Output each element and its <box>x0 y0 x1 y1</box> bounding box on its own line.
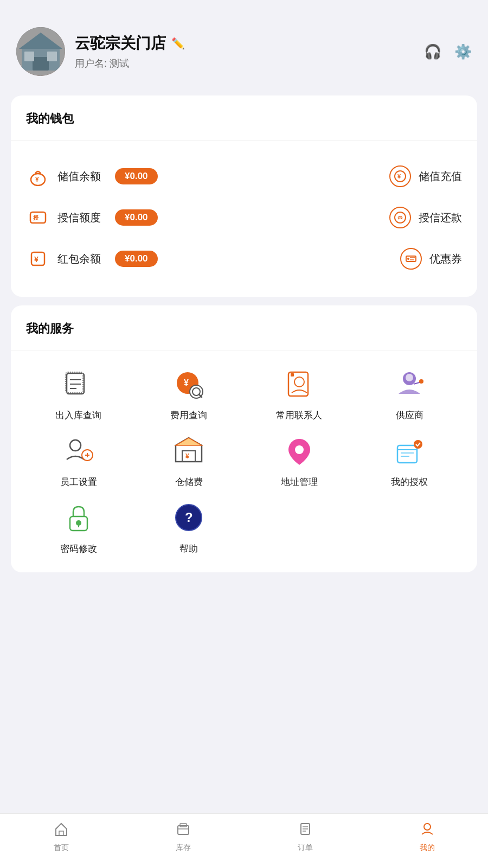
svg-rect-5 <box>47 52 57 61</box>
service-label-1: 费用查询 <box>170 409 207 422</box>
contacts-icon <box>281 366 318 403</box>
settings-icon[interactable]: ⚙️ <box>454 43 472 60</box>
wallet-row-2: ¥ 红包余额 ¥0.00 优惠券 <box>26 238 462 279</box>
bottom-nav: 首页 库存 订单 我的 <box>0 813 488 868</box>
wallet-recharge[interactable]: ¥ 储值充值 <box>389 165 462 187</box>
svg-point-51 <box>76 520 81 526</box>
warehouse-query-icon <box>60 366 97 403</box>
wallet-amount-0: ¥0.00 <box>115 168 158 184</box>
nav-profile[interactable]: 我的 <box>366 821 488 853</box>
service-label-6: 地址管理 <box>281 476 318 488</box>
service-password[interactable]: 密码修改 <box>26 499 131 555</box>
edit-icon[interactable]: ✏️ <box>171 37 185 50</box>
wallet-label-2: 红包余额 <box>57 252 101 266</box>
recharge-label: 储值充值 <box>419 169 462 184</box>
profile-section: 云驼宗关门店 ✏️ 用户名: 测试 <box>16 27 185 76</box>
wallet-row-1: 授 授信额度 ¥0.00 授信还款 <box>26 197 462 238</box>
credit-icon: 授 <box>26 206 50 229</box>
headset-icon[interactable]: 🎧 <box>424 43 441 60</box>
profile-icon <box>420 821 435 840</box>
svg-rect-31 <box>291 373 294 376</box>
svg-marker-41 <box>176 438 202 445</box>
redpacket-icon: ¥ <box>26 247 50 271</box>
service-help[interactable]: ? 帮助 <box>137 499 242 555</box>
svg-text:¥: ¥ <box>35 176 39 183</box>
recharge-icon: ¥ <box>389 165 411 187</box>
svg-point-44 <box>295 445 304 454</box>
wallet-label-0: 储值余额 <box>57 169 101 184</box>
wallet-left-2[interactable]: ¥ 红包余额 ¥0.00 <box>26 247 158 271</box>
wallet-repayment[interactable]: 授信还款 <box>389 207 462 228</box>
svg-text:¥: ¥ <box>34 255 38 264</box>
wallet-left-1[interactable]: 授 授信额度 ¥0.00 <box>26 206 158 229</box>
svg-text:¥: ¥ <box>397 173 401 180</box>
nav-profile-label: 我的 <box>420 843 435 853</box>
svg-point-16 <box>407 258 409 260</box>
wallet-coupon[interactable]: 优惠券 <box>400 248 462 270</box>
employee-settings-icon <box>60 432 97 469</box>
svg-point-36 <box>70 440 81 451</box>
avatar-image <box>16 27 65 76</box>
repayment-label: 授信还款 <box>419 210 462 225</box>
nav-order-label: 订单 <box>298 843 313 853</box>
wallet-divider <box>11 140 477 141</box>
svg-rect-55 <box>59 831 63 835</box>
wallet-amount-1: ¥0.00 <box>115 209 158 226</box>
store-name: 云驼宗关门店 <box>75 33 166 54</box>
svg-point-63 <box>424 824 431 830</box>
nav-order[interactable]: 订单 <box>244 821 366 853</box>
order-icon <box>298 821 313 840</box>
service-address[interactable]: 地址管理 <box>247 432 352 488</box>
wallet-amount-2: ¥0.00 <box>115 251 158 267</box>
address-management-icon <box>281 432 318 469</box>
nav-home[interactable]: 首页 <box>0 821 122 853</box>
wallet-card: 我的钱包 ¥ 储值余额 ¥0.00 <box>11 95 477 297</box>
repayment-icon <box>389 207 411 228</box>
service-label-7: 我的授权 <box>391 476 428 488</box>
service-label-8: 密码修改 <box>60 542 97 555</box>
header-actions: 🎧 ⚙️ <box>424 43 472 60</box>
svg-rect-23 <box>66 372 83 393</box>
svg-text:授: 授 <box>33 215 39 221</box>
service-auth[interactable]: 我的授权 <box>357 432 463 488</box>
supplier-icon <box>391 366 428 403</box>
service-employee[interactable]: 员工设置 <box>26 432 131 488</box>
service-contacts[interactable]: 常用联系人 <box>247 366 352 422</box>
service-label-5: 仓储费 <box>175 476 203 488</box>
service-storage-fee[interactable]: ¥ 仓储费 <box>137 432 242 488</box>
storage-fee-icon: ¥ <box>170 432 207 469</box>
money-bag-icon: ¥ <box>26 164 50 188</box>
wallet-row-0: ¥ 储值余额 ¥0.00 ¥ 储值充值 <box>26 156 462 197</box>
services-title: 我的服务 <box>26 321 462 337</box>
svg-text:?: ? <box>185 510 193 525</box>
header: 云驼宗关门店 ✏️ 用户名: 测试 🎧 ⚙️ <box>0 0 488 87</box>
username: 用户名: 测试 <box>75 57 185 70</box>
store-name-row: 云驼宗关门店 ✏️ <box>75 33 185 54</box>
svg-rect-3 <box>33 57 49 71</box>
wallet-title: 我的钱包 <box>26 111 462 127</box>
service-warehouse-query[interactable]: 出入库查询 <box>26 366 131 422</box>
service-fee-query[interactable]: ¥ 费用查询 <box>137 366 242 422</box>
password-change-icon <box>60 499 97 536</box>
service-label-4: 员工设置 <box>60 476 97 488</box>
wallet-label-1: 授信额度 <box>57 210 101 225</box>
svg-rect-4 <box>24 52 34 61</box>
wallet-grid: ¥ 储值余额 ¥0.00 ¥ 储值充值 <box>26 156 462 279</box>
my-auth-icon <box>391 432 428 469</box>
fee-query-icon: ¥ <box>170 366 207 403</box>
avatar[interactable] <box>16 27 65 76</box>
help-icon: ? <box>170 499 207 536</box>
service-label-3: 供应商 <box>396 409 423 422</box>
service-supplier[interactable]: 供应商 <box>357 366 463 422</box>
svg-point-30 <box>294 377 304 387</box>
svg-rect-45 <box>397 445 417 463</box>
inventory-icon <box>176 821 191 840</box>
services-grid: 出入库查询 ¥ 费用查询 <box>26 366 462 555</box>
nav-inventory-label: 库存 <box>176 843 191 853</box>
nav-inventory[interactable]: 库存 <box>122 821 244 853</box>
home-icon <box>54 821 69 840</box>
nav-home-label: 首页 <box>54 843 69 853</box>
wallet-left-0[interactable]: ¥ 储值余额 ¥0.00 <box>26 164 158 188</box>
coupon-icon <box>400 248 422 270</box>
svg-point-33 <box>406 374 413 381</box>
